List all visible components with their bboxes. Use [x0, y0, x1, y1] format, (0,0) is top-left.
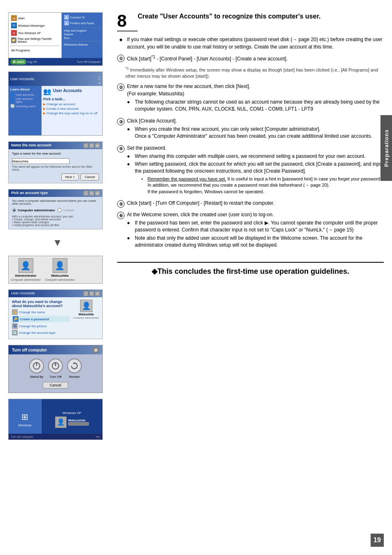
step-4-text: Set the password.	[127, 145, 166, 151]
welcome-user-name: Matsushita	[68, 419, 89, 422]
intro-bullet-dot: ●	[119, 36, 125, 51]
page-container: ⊞ start ✉ Windows Messenger ♥ Tour Windo…	[0, 0, 392, 555]
turnoff-cancel-btn[interactable]: Cancel	[43, 382, 68, 388]
right-connect: 🖧 Connect To	[63, 14, 101, 20]
pick-close-btn[interactable]: ×	[95, 191, 100, 196]
ua-right-title: User Accounts	[53, 88, 82, 93]
what-titlebar: User Accounts _ □ ×	[9, 290, 102, 297]
step-number: 8	[117, 12, 138, 32]
screenshot-accounts-display: 👤 Administrator Computer administrator 👤…	[8, 256, 103, 284]
step-6-sub-1: ● If the password has been set, enter th…	[127, 220, 384, 234]
step-6-sub-1-text: If the password has been set, enter the …	[135, 220, 384, 234]
step-4-sub-2-text: When setting password, click the account…	[135, 161, 384, 175]
step-title: Create "User Accounts" to recognize this…	[138, 12, 321, 21]
name-close-btn[interactable]: ×	[95, 143, 100, 148]
what-max-btn[interactable]: □	[89, 291, 94, 296]
step-1-footnote-mark: *1	[151, 55, 155, 59]
name-next-btn[interactable]: Next >	[61, 173, 79, 180]
step-5-num: ⑤	[117, 200, 125, 208]
tour-label: Tour Windows XP	[18, 32, 41, 35]
admin-role: Computer administrator	[11, 278, 41, 281]
windows-text: Windows	[18, 423, 31, 427]
welcome-password-field[interactable]	[68, 422, 89, 426]
ua-pick-task: Pick a task...	[43, 97, 101, 101]
step-4-sub-sub-1: • Remember the password you have set. It…	[141, 176, 384, 195]
what-min-btn[interactable]: _	[83, 291, 88, 296]
step-1-num: ①	[117, 55, 125, 62]
start-button[interactable]: ⊞ start	[10, 59, 26, 65]
page-number: 19	[371, 534, 384, 547]
name-titlebar: Name the new account _ □ ×	[9, 142, 102, 149]
what-user-role: Computer administrator	[73, 317, 99, 319]
what-user-name: Matsushita	[78, 313, 94, 316]
standby-btn-item: Stand By	[29, 358, 44, 379]
step-2: ② Enter a new name for the new account, …	[117, 83, 384, 114]
what-change-type[interactable]: 🔄 Change the account type	[12, 330, 70, 335]
turnoff-label: Turn Off Computer	[77, 60, 101, 63]
pick-admin-option[interactable]: Computer administrator	[12, 208, 55, 212]
standby-circle[interactable]	[29, 358, 44, 373]
tour-icon: ♥	[11, 30, 17, 36]
step-4: ④ Set the password. ● When sharing this …	[117, 144, 384, 197]
ua-change-logon: ▶ Change the way users log on or off	[43, 111, 101, 115]
pick-min-btn[interactable]: _	[83, 191, 88, 196]
step-3-sub-1: ● When you create the first new account,…	[127, 126, 372, 140]
arrow-indicator: ▼	[8, 237, 107, 248]
left-column: ⊞ start ✉ Windows Messenger ♥ Tour Windo…	[0, 8, 111, 547]
right-column: 8 Create "User Accounts" to recognize th…	[111, 8, 392, 547]
start-item-start: ⊞ start	[10, 14, 60, 22]
right-run: Run...	[63, 36, 101, 40]
step-2-num: ②	[117, 83, 125, 91]
footnote-1-mark: *1	[125, 66, 129, 70]
footnote-1: *1 Immediately after Windows setup, the …	[125, 66, 384, 79]
what-change-pic[interactable]: 🖼 Change the picture	[12, 323, 70, 329]
pick-max-btn[interactable]: □	[89, 191, 94, 196]
pick-note: With a computer administrator account, y…	[12, 215, 99, 227]
welcome-user-icon: 👤	[55, 416, 67, 428]
matsushita-name: Matsushita	[51, 274, 69, 278]
step-1: ① Click [start]*1 - [Control Panel] - [U…	[117, 54, 384, 62]
ua-maximize-btn[interactable]: □	[99, 77, 101, 81]
preparations-tab: Preparations	[380, 115, 392, 181]
turnoff-circle[interactable]	[48, 358, 63, 373]
step-3-sub-1-text: When you create the first new account, y…	[135, 126, 372, 140]
screenshot-user-accounts: User Accounts _ □ × Learn About 👤 User a…	[8, 72, 103, 136]
right-help: Help and Support	[63, 29, 101, 32]
files-icon: 📁	[11, 37, 16, 43]
right-connect-label: Connect To	[70, 16, 85, 19]
step-2-sub-1: ● The following character strings cannot…	[127, 99, 384, 113]
ua-learn-label: Learn About	[10, 88, 40, 91]
welcome-bottom-left: Turn off computer	[11, 435, 33, 438]
name-max-btn[interactable]: □	[89, 143, 94, 148]
intro-bullet: ● If you make mail settings or execute o…	[119, 36, 384, 51]
what-create-pwd[interactable]: 🔑 Create a password	[12, 316, 70, 322]
account-admin: 👤 Administrator Computer administrator	[11, 258, 41, 281]
standby-label: Stand By	[30, 375, 43, 379]
step-6: ⑥ At the Welcome screen, click the creat…	[117, 211, 384, 250]
right-search-label: Search	[64, 33, 73, 36]
windows-logo: ⊞	[21, 412, 28, 422]
right-help-label: Help and Support	[64, 29, 86, 32]
what-close-btn[interactable]: ×	[95, 291, 100, 296]
step-5: ⑤ Click [start] - [Turn Off Computer] - …	[117, 199, 384, 208]
step-1-text-cont: - [Control Panel] - [User Accounts] - [C…	[157, 56, 288, 62]
screenshot-welcome: ⊞ Windows Windows XP 👤 Matsushita Turn o…	[8, 399, 103, 440]
ua-minimize-btn[interactable]: _	[99, 73, 101, 77]
restart-circle[interactable]	[67, 358, 82, 373]
step-2-sub-1-text: The following character strings cannot b…	[135, 99, 384, 113]
pick-limited-option[interactable]: Limited	[58, 208, 74, 212]
what-change-name[interactable]: ✏️ Change the name	[12, 309, 70, 315]
start-item-allprograms[interactable]: All Programs	[10, 48, 60, 53]
name-cancel-btn[interactable]: Cancel	[81, 173, 99, 180]
intro-bullet-text: If you make mail settings or execute oth…	[127, 36, 384, 51]
name-min-btn[interactable]: _	[83, 143, 88, 148]
turnoff-btn-item: Turn Off	[48, 358, 63, 379]
step-6-sub-2: ● Note also that only the added user acc…	[127, 235, 384, 249]
ua-close-btn[interactable]: ×	[99, 81, 101, 85]
conclusion-text: ◆This concludes the first-time use opera…	[117, 262, 384, 276]
what-title-text: What do you want to change about Matsush…	[12, 300, 70, 308]
messenger-label: Windows Messenger	[18, 24, 45, 27]
welcome-bottom-right: You	[95, 435, 100, 438]
step-6-num: ⑥	[117, 212, 125, 219]
name-input-field[interactable]	[12, 158, 69, 164]
